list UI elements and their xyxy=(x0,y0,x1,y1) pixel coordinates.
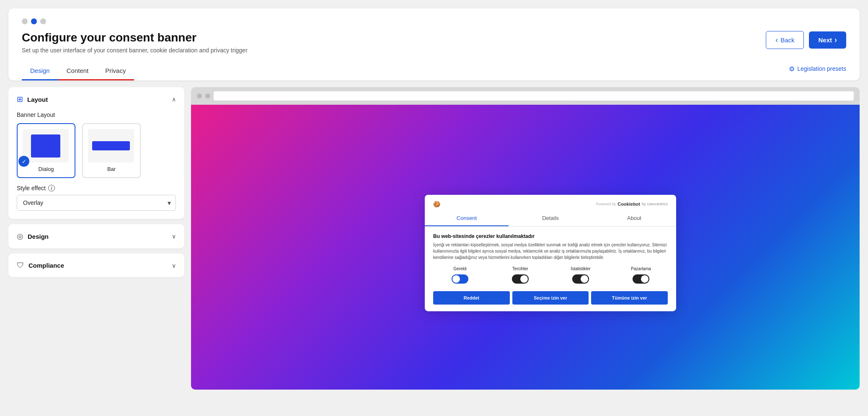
toggle-knob xyxy=(581,275,588,283)
consent-toggles: Gerekli Tercihler xyxy=(433,266,668,284)
design-panel-header[interactable]: Design xyxy=(8,224,184,248)
layout-panel-body: Banner Layout ✓ Dialog xyxy=(8,111,184,219)
arrow-right-icon xyxy=(834,36,837,44)
style-effect-select-wrapper: Overlay None Blur ▾ xyxy=(17,195,176,211)
style-effect-select[interactable]: Overlay None Blur xyxy=(17,195,176,211)
page-subtitle: Set up the user interface of your consen… xyxy=(22,47,248,54)
banner-tab-consent[interactable]: Consent xyxy=(425,211,509,226)
banner-buttons: Reddet Seçime izin ver Tümüne izin ver xyxy=(433,291,668,305)
toggle-knob xyxy=(452,275,460,283)
selected-check-badge: ✓ xyxy=(18,156,29,167)
bar-label: Bar xyxy=(88,166,135,172)
step-dot-1 xyxy=(22,18,28,24)
header-buttons: Back Next xyxy=(766,31,846,49)
banner-tabs: Consent Details About xyxy=(425,211,676,227)
layout-section: Layout Banner Layout ✓ Dialog xyxy=(8,87,184,219)
banner-header: 🍪 Powered by Cookiebot by Usercentrics xyxy=(425,195,676,207)
toggle-knob xyxy=(520,275,528,283)
toggle-istatistikler: İstatistikler xyxy=(554,266,607,284)
reject-button[interactable]: Reddet xyxy=(433,291,510,305)
sliders-icon: ⚙ xyxy=(789,65,795,73)
banner-heading: Bu web-sitesinde çerezler kullanılmaktad… xyxy=(433,233,668,239)
header-title-block: Configure your consent banner Set up the… xyxy=(22,31,248,54)
layout-panel-header[interactable]: Layout xyxy=(8,87,184,111)
compliance-icon: 🛡 xyxy=(17,261,24,270)
layout-panel-title: Layout xyxy=(27,96,48,103)
allow-all-button[interactable]: Tümüne izin ver xyxy=(591,291,668,305)
powered-by: Powered by Cookiebot by Usercentrics xyxy=(596,202,668,207)
consent-banner: 🍪 Powered by Cookiebot by Usercentrics C… xyxy=(425,195,676,311)
tabs-row: Design Content Privacy ⚙ Legislation pre… xyxy=(22,62,846,80)
compliance-panel-title: Compliance xyxy=(28,262,64,269)
legislation-presets-button[interactable]: ⚙ Legislation presets xyxy=(789,65,846,78)
arrow-left-icon xyxy=(775,36,778,44)
page-title: Configure your consent banner xyxy=(22,31,248,44)
design-icon xyxy=(17,232,23,241)
tab-design[interactable]: Design xyxy=(22,62,58,80)
banner-tab-details[interactable]: Details xyxy=(509,211,592,226)
toggle-knob xyxy=(641,275,648,283)
banner-layout-label: Banner Layout xyxy=(17,111,176,118)
browser-dot-1 xyxy=(197,93,202,98)
layout-option-bar[interactable]: Bar xyxy=(82,123,141,178)
chevron-down-icon xyxy=(172,233,176,240)
browser-dot-2 xyxy=(205,93,210,98)
header-card: Configure your consent banner Set up the… xyxy=(8,8,860,80)
bar-preview xyxy=(92,141,130,150)
banner-body: Bu web-sitesinde çerezler kullanılmaktad… xyxy=(425,227,676,311)
design-panel-title: Design xyxy=(28,233,49,240)
right-preview: 🍪 Powered by Cookiebot by Usercentrics C… xyxy=(191,87,860,390)
browser-chrome xyxy=(191,87,860,105)
toggle-gerekli-switch[interactable] xyxy=(452,274,468,284)
dialog-preview xyxy=(31,134,60,158)
chevron-up-icon xyxy=(172,96,176,103)
preview-content: 🍪 Powered by Cookiebot by Usercentrics C… xyxy=(191,105,860,390)
layout-options: ✓ Dialog Bar xyxy=(17,123,176,178)
style-effect-label: Style effect i xyxy=(17,185,176,191)
compliance-section: 🛡 Compliance xyxy=(8,253,184,277)
left-panel: Layout Banner Layout ✓ Dialog xyxy=(8,87,184,390)
toggle-gerekli: Gerekli xyxy=(433,266,487,284)
cookiebot-brand-icon: 🍪 xyxy=(433,201,440,207)
toggle-pazarlama: Pazarlama xyxy=(614,266,668,284)
next-button[interactable]: Next xyxy=(809,31,846,49)
banner-body-text: İçeriği ve reklamları kişiselleştirmek, … xyxy=(433,242,668,261)
style-effect-row: Style effect i Overlay None Blur ▾ xyxy=(17,185,176,211)
toggle-istatistikler-switch[interactable] xyxy=(572,274,589,284)
main-content: Layout Banner Layout ✓ Dialog xyxy=(8,87,860,390)
compliance-panel-header[interactable]: 🛡 Compliance xyxy=(8,253,184,277)
toggle-pazarlama-switch[interactable] xyxy=(633,274,649,284)
tab-content[interactable]: Content xyxy=(58,62,97,80)
layout-icon xyxy=(17,95,23,104)
toggle-tercihler-switch[interactable] xyxy=(512,274,529,284)
step-dot-2 xyxy=(31,18,37,24)
step-dot-3 xyxy=(40,18,46,24)
step-dots xyxy=(22,18,846,24)
browser-address-bar xyxy=(214,91,854,101)
back-button[interactable]: Back xyxy=(766,31,804,49)
toggle-tercihler: Tercihler xyxy=(493,266,547,284)
design-section: Design xyxy=(8,224,184,248)
tabs: Design Content Privacy xyxy=(22,62,134,80)
tab-privacy[interactable]: Privacy xyxy=(97,62,134,80)
chevron-down-icon-2 xyxy=(172,262,176,269)
allow-selection-button[interactable]: Seçime izin ver xyxy=(512,291,589,305)
layout-option-dialog[interactable]: ✓ Dialog xyxy=(17,123,75,178)
dialog-label: Dialog xyxy=(23,166,70,172)
banner-tab-about[interactable]: About xyxy=(592,211,676,226)
info-icon[interactable]: i xyxy=(48,185,55,191)
